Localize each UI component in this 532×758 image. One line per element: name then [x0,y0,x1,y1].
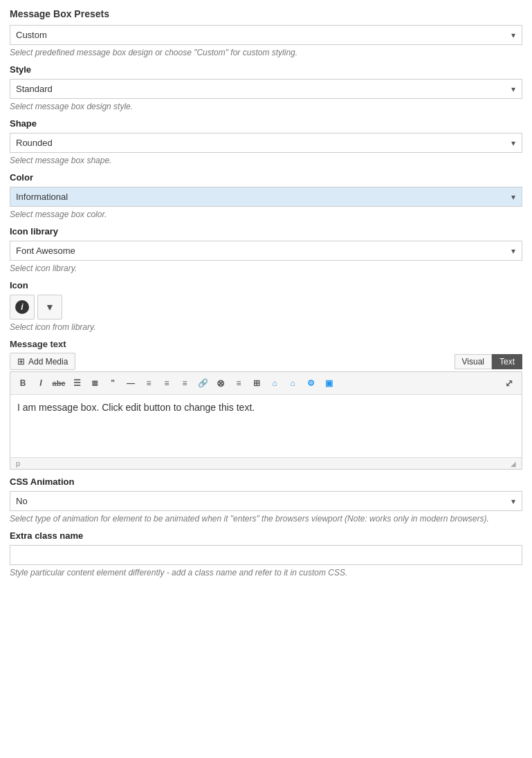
color-select[interactable]: Informational [10,187,522,207]
icon-library-label: Icon library [10,226,522,237]
color-label: Color [10,172,522,183]
editor-tag: p [16,459,20,468]
ordered-list-button[interactable]: ≣ [86,375,103,391]
css-animation-select[interactable]: No [10,491,522,511]
css-animation-label: CSS Animation [10,477,522,487]
icon-hint: Select icon from library. [10,322,522,332]
align-right-button[interactable]: ≡ [176,375,193,391]
blockquote-button[interactable]: " [104,375,121,391]
text-tab-button[interactable]: Text [492,354,522,369]
css-animation-hint: Select type of animation for element to … [10,514,522,524]
shape-label: Shape [10,118,522,129]
editor-footer: p ◢ [10,457,522,469]
unlink-button[interactable]: ⊗ [212,375,229,391]
link-button[interactable]: 🔗 [194,375,211,391]
wp-page-button[interactable]: ⌂ [266,375,283,391]
extra-class-hint: Style particular content element differe… [10,568,522,577]
wp-post-button[interactable]: ⌂ [284,375,301,391]
align-left-button[interactable]: ≡ [140,375,157,391]
bold-button[interactable]: B [15,375,31,391]
italic-button[interactable]: I [33,375,49,391]
color-hint: Select message box color. [10,210,522,219]
media-icon: ⊞ [17,356,25,367]
message-text-label: Message text [10,339,522,349]
chevron-down-icon: ▼ [45,302,55,313]
add-media-button[interactable]: ⊞ Add Media [10,353,75,370]
media-button[interactable]: ▣ [320,375,337,391]
extra-class-input[interactable] [10,545,522,565]
icon-label: Icon [10,280,522,290]
custom-link-button[interactable]: ⚙ [302,375,319,391]
info-circle-icon: i [15,300,29,314]
resize-handle[interactable]: ◢ [511,460,516,468]
icon-library-hint: Select icon library. [10,264,522,273]
icon-library-select[interactable]: Font Awesome [10,241,522,261]
shape-hint: Select message box shape. [10,156,522,165]
insert-more-button[interactable]: ≡ [230,375,247,391]
extra-class-label: Extra class name [10,530,522,541]
page-title: Message Box Presets [10,8,522,19]
style-select[interactable]: Standard [10,79,522,99]
fullscreen-button[interactable]: ⤢ [501,375,517,391]
presets-select[interactable]: Custom [10,25,522,45]
hr-button[interactable]: — [122,375,139,391]
table-button[interactable]: ⊞ [248,375,265,391]
add-media-label: Add Media [28,357,68,367]
presets-hint: Select predefined message box design or … [10,48,522,57]
align-center-button[interactable]: ≡ [158,375,175,391]
editor-content[interactable]: I am message box. Click edit button to c… [10,395,522,457]
editor-toolbar: B I abc ☰ ≣ " — ≡ ≡ ≡ 🔗 ⊗ ≡ ⊞ [10,372,522,395]
icon-dropdown-button[interactable]: ▼ [37,295,62,320]
style-hint: Select message box design style. [10,102,522,111]
strikethrough-button[interactable]: abc [51,375,67,391]
visual-tab-button[interactable]: Visual [455,354,492,369]
editor-wrapper: B I abc ☰ ≣ " — ≡ ≡ ≡ 🔗 ⊗ ≡ ⊞ [10,371,522,470]
shape-select[interactable]: Rounded [10,133,522,153]
unordered-list-button[interactable]: ☰ [68,375,85,391]
style-label: Style [10,64,522,75]
icon-info-button[interactable]: i [10,295,35,320]
